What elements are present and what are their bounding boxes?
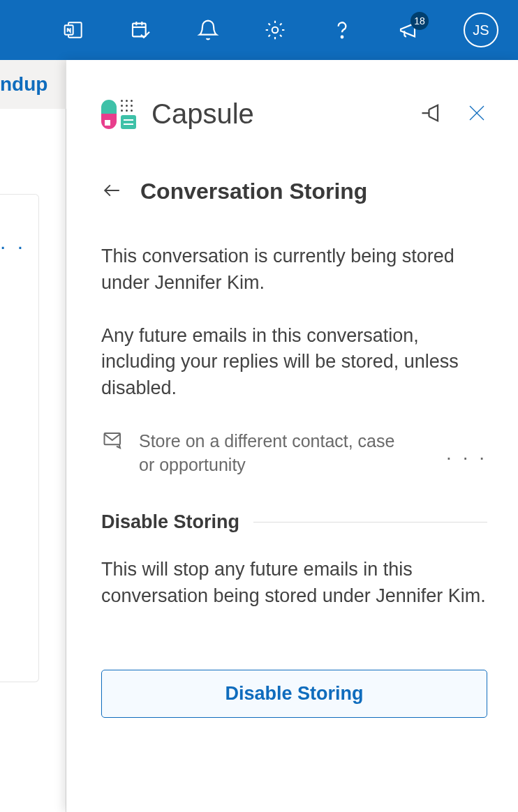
svg-point-9 bbox=[272, 27, 279, 33]
svg-rect-5 bbox=[133, 24, 146, 37]
back-arrow-icon[interactable] bbox=[101, 181, 122, 202]
close-icon[interactable] bbox=[466, 103, 487, 126]
disable-heading-row: Disable Storing bbox=[101, 511, 487, 533]
capsule-panel: Capsule Conversation Storing This conver… bbox=[66, 60, 518, 812]
disable-storing-button[interactable]: Disable Storing bbox=[101, 670, 487, 718]
outlook-topbar: 18 JS bbox=[0, 0, 518, 60]
storing-status-text: This conversation is currently being sto… bbox=[101, 243, 487, 296]
more-menu-icon[interactable]: . . . bbox=[446, 442, 487, 465]
disable-description: This will stop any future emails in this… bbox=[101, 557, 487, 610]
panel-title: Capsule bbox=[151, 98, 254, 130]
tab-label-partial: ndup bbox=[0, 73, 47, 96]
store-different-left: Store on a different contact, case or op… bbox=[101, 430, 404, 477]
mail-forward-icon bbox=[101, 430, 125, 453]
avatar-initials: JS bbox=[473, 22, 489, 38]
calendar-check-icon[interactable] bbox=[128, 17, 154, 43]
notification-badge: 18 bbox=[410, 12, 429, 30]
section-heading-row: Conversation Storing bbox=[101, 179, 487, 204]
section-title: Conversation Storing bbox=[140, 179, 367, 204]
svg-rect-14 bbox=[105, 433, 121, 444]
onenote-icon[interactable] bbox=[61, 17, 87, 43]
gear-icon[interactable] bbox=[262, 17, 288, 43]
megaphone-icon[interactable]: 18 bbox=[397, 17, 422, 43]
divider bbox=[253, 522, 487, 522]
avatar[interactable]: JS bbox=[464, 13, 498, 47]
disable-heading: Disable Storing bbox=[101, 511, 239, 533]
background-tab-partial: ndup bbox=[0, 60, 66, 109]
store-different-text: Store on a different contact, case or op… bbox=[139, 430, 404, 477]
background-mail-card bbox=[0, 194, 39, 682]
storing-info-text: Any future emails in this conversation, … bbox=[101, 323, 487, 402]
bell-icon[interactable] bbox=[195, 17, 221, 43]
background-ellipsis: . . bbox=[0, 230, 26, 254]
help-icon[interactable] bbox=[330, 17, 355, 43]
svg-point-10 bbox=[341, 36, 343, 38]
panel-actions bbox=[420, 103, 487, 126]
panel-title-group: Capsule bbox=[101, 98, 254, 130]
capsule-logo-icon bbox=[101, 100, 136, 129]
store-different-row[interactable]: Store on a different contact, case or op… bbox=[101, 430, 487, 477]
pin-icon[interactable] bbox=[420, 103, 441, 126]
panel-header: Capsule bbox=[101, 98, 487, 130]
